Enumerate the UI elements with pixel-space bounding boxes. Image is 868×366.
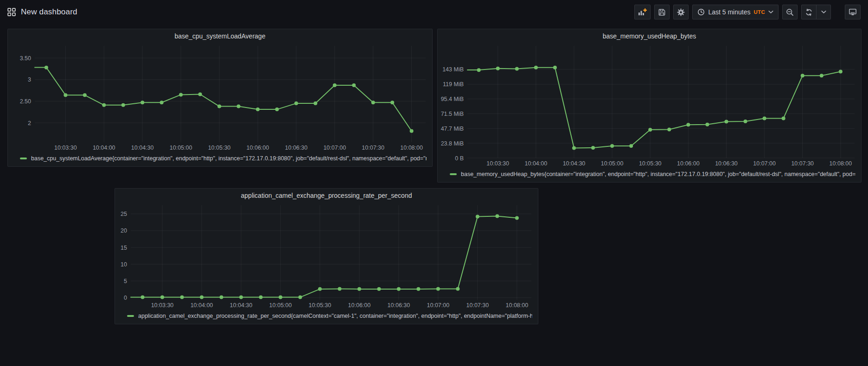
refresh-icon [805, 8, 813, 16]
svg-text:10:04:00: 10:04:00 [191, 302, 213, 309]
svg-text:15: 15 [121, 245, 127, 251]
time-range-picker[interactable]: Last 5 minutes UTC [692, 5, 779, 19]
series-label: base_cpu_systemLoadAverage{container="in… [31, 155, 427, 162]
svg-text:10:08:00: 10:08:00 [400, 145, 423, 151]
svg-text:10:08:00: 10:08:00 [506, 302, 529, 309]
kiosk-mode-button[interactable] [845, 5, 861, 19]
time-range-label: Last 5 minutes [708, 8, 750, 16]
svg-text:10:04:00: 10:04:00 [525, 160, 548, 167]
svg-text:10:04:00: 10:04:00 [93, 145, 115, 151]
svg-text:10:05:30: 10:05:30 [208, 145, 231, 151]
legend-item[interactable]: application_camel_exchange_processing_ra… [115, 310, 538, 324]
zoom-out-time-button[interactable] [782, 5, 798, 19]
svg-text:95.4 MiB: 95.4 MiB [441, 96, 464, 102]
svg-text:10:03:30: 10:03:30 [151, 302, 174, 309]
svg-text:10:07:30: 10:07:30 [466, 302, 489, 309]
svg-text:10:06:30: 10:06:30 [388, 302, 410, 309]
svg-text:10:07:30: 10:07:30 [362, 145, 384, 151]
series-label: base_memory_usedHeap_bytes{container="in… [461, 171, 855, 177]
add-panel-icon [638, 8, 647, 16]
series-color-swatch [20, 158, 27, 159]
svg-text:10:05:00: 10:05:00 [601, 160, 624, 167]
svg-text:0: 0 [124, 295, 127, 301]
svg-text:20: 20 [121, 227, 127, 234]
svg-text:119 MiB: 119 MiB [443, 81, 464, 88]
svg-text:5: 5 [124, 278, 127, 284]
timezone-badge: UTC [753, 9, 765, 15]
chart-canvas[interactable]: 10:03:3010:04:0010:04:3010:05:0010:05:30… [115, 202, 538, 310]
svg-text:10:05:30: 10:05:30 [309, 302, 332, 309]
svg-text:10:06:30: 10:06:30 [285, 145, 308, 151]
legend-item[interactable]: base_memory_usedHeap_bytes{container="in… [438, 168, 861, 182]
svg-text:10:03:30: 10:03:30 [486, 160, 509, 167]
svg-text:10: 10 [121, 261, 127, 268]
monitor-icon [849, 8, 857, 16]
svg-text:10:06:30: 10:06:30 [715, 160, 738, 167]
save-dashboard-button[interactable] [654, 5, 670, 19]
chart-canvas[interactable]: 10:03:3010:04:0010:04:3010:05:0010:05:30… [438, 42, 861, 168]
series-color-swatch [127, 315, 134, 317]
svg-text:47.7 MiB: 47.7 MiB [441, 126, 464, 132]
panel-title[interactable]: base_memory_usedHeap_bytes [438, 29, 861, 42]
panel-title[interactable]: application_camel_exchange_processing_ra… [115, 189, 538, 202]
panel-title[interactable]: base_cpu_systemLoadAverage [8, 29, 432, 42]
chevron-down-icon [768, 10, 773, 14]
panel-camel-exchange-processing-rate: application_camel_exchange_processing_ra… [115, 188, 538, 324]
svg-text:10:04:30: 10:04:30 [230, 302, 253, 309]
svg-text:10:07:30: 10:07:30 [791, 160, 814, 167]
svg-text:0 B: 0 B [455, 155, 464, 162]
svg-text:10:03:30: 10:03:30 [54, 145, 77, 151]
svg-text:10:06:00: 10:06:00 [677, 160, 700, 167]
chevron-down-icon [821, 10, 826, 14]
svg-text:143 MiB: 143 MiB [442, 66, 464, 73]
svg-text:25: 25 [121, 211, 127, 217]
svg-text:10:04:30: 10:04:30 [563, 160, 586, 167]
svg-text:2.50: 2.50 [20, 98, 31, 105]
chart-canvas[interactable]: 10:03:3010:04:0010:04:3010:05:0010:05:30… [8, 42, 432, 152]
svg-text:10:07:00: 10:07:00 [427, 302, 450, 309]
svg-text:10:06:00: 10:06:00 [348, 302, 371, 309]
series-color-swatch [450, 173, 457, 175]
svg-text:2: 2 [28, 120, 31, 126]
gear-icon [677, 8, 685, 16]
svg-text:23.8 MiB: 23.8 MiB [441, 140, 464, 147]
svg-text:10:05:30: 10:05:30 [639, 160, 662, 167]
series-label: application_camel_exchange_processing_ra… [138, 313, 532, 319]
svg-text:3: 3 [28, 76, 31, 83]
panel-cpu-system-load-average: base_cpu_systemLoadAverage 10:03:3010:04… [7, 29, 433, 167]
svg-text:10:06:00: 10:06:00 [247, 145, 269, 151]
legend-item[interactable]: base_cpu_systemLoadAverage{container="in… [8, 152, 432, 166]
dashboard-title: New dashboard [21, 7, 77, 17]
svg-text:3.50: 3.50 [20, 55, 31, 62]
svg-text:10:04:30: 10:04:30 [131, 145, 154, 151]
apps-grid-icon[interactable] [7, 8, 16, 16]
refresh-interval-dropdown[interactable] [816, 5, 831, 19]
panel-memory-used-heap-bytes: base_memory_usedHeap_bytes 10:03:3010:04… [437, 29, 862, 183]
save-icon [658, 8, 666, 16]
svg-text:10:07:00: 10:07:00 [323, 145, 346, 151]
svg-text:10:05:00: 10:05:00 [170, 145, 192, 151]
clock-icon [697, 8, 705, 16]
dashboard-settings-button[interactable] [673, 5, 689, 19]
dashboard-header: New dashboard [0, 0, 868, 24]
zoom-out-icon [786, 8, 794, 16]
svg-text:10:07:00: 10:07:00 [753, 160, 776, 167]
add-panel-button[interactable] [634, 5, 651, 19]
refresh-button[interactable] [801, 5, 816, 19]
svg-text:10:08:00: 10:08:00 [830, 160, 852, 167]
svg-text:71.5 MiB: 71.5 MiB [441, 111, 464, 117]
svg-text:10:05:00: 10:05:00 [269, 302, 292, 309]
